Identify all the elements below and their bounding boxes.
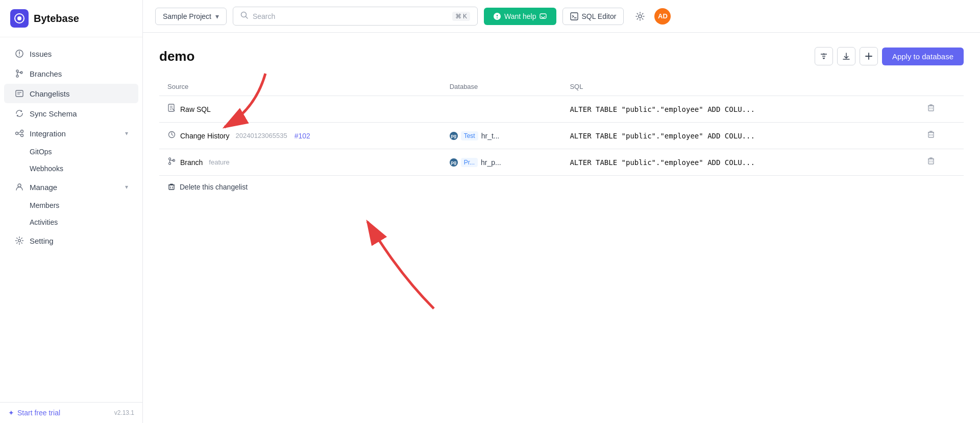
sql-cell-0: ALTER TABLE "public"."employee" ADD COLU… xyxy=(561,96,918,123)
svg-point-12 xyxy=(16,132,18,135)
change-history-label: Change History xyxy=(180,132,230,140)
settings-icon[interactable] xyxy=(632,8,648,25)
col-sql: SQL xyxy=(561,78,918,96)
delete-changelist-btn[interactable]: Delete this changelist xyxy=(159,176,964,198)
source-cell-0: Raw SQL xyxy=(159,96,442,123)
svg-point-5 xyxy=(16,70,18,72)
search-bar[interactable]: Search ⌘ K xyxy=(233,7,478,26)
sidebar-item-sync-schema-label: Sync Schema xyxy=(30,109,77,118)
download-button[interactable] xyxy=(837,47,855,65)
project-selector[interactable]: Sample Project ▾ xyxy=(155,8,227,25)
sidebar-item-changelists-label: Changelists xyxy=(30,89,69,98)
svg-point-17 xyxy=(18,184,21,187)
search-placeholder: Search xyxy=(253,12,275,20)
delete-row-1-button[interactable] xyxy=(926,131,936,141)
branch-name: feature xyxy=(209,158,229,166)
apply-to-database-button[interactable]: Apply to database xyxy=(882,48,964,65)
svg-point-24 xyxy=(639,15,642,18)
changelists-icon xyxy=(14,89,24,98)
sidebar-item-activities[interactable]: Activities xyxy=(4,214,138,230)
trial-label: Start free trial xyxy=(17,409,60,417)
search-icon xyxy=(240,11,249,21)
sidebar-item-manage-label: Manage xyxy=(30,183,57,192)
logo: Bytebase xyxy=(0,0,142,37)
col-database: Database xyxy=(442,78,562,96)
svg-point-4 xyxy=(19,55,20,56)
svg-point-6 xyxy=(16,75,18,77)
svg-rect-35 xyxy=(928,106,934,111)
raw-sql-icon xyxy=(167,104,176,114)
sidebar-item-webhooks[interactable]: Webhooks xyxy=(4,160,138,177)
logo-text: Bytebase xyxy=(34,13,79,25)
sidebar-item-setting-label: Setting xyxy=(30,237,54,245)
search-shortcut: ⌘ K xyxy=(452,12,470,21)
svg-point-14 xyxy=(21,134,23,137)
sidebar-item-branches[interactable]: Branches xyxy=(4,64,138,83)
table-row: Branch feature pg Pr... hr_p... xyxy=(159,149,964,176)
change-history-link[interactable]: #102 xyxy=(295,132,310,140)
sql-editor-button[interactable]: SQL Editor xyxy=(562,8,624,25)
manage-icon xyxy=(14,182,24,192)
svg-rect-39 xyxy=(928,132,934,137)
sidebar-item-issues-label: Issues xyxy=(30,50,52,58)
sidebar-item-setting[interactable]: Setting xyxy=(4,231,138,250)
svg-point-42 xyxy=(169,158,171,160)
branches-icon xyxy=(14,69,24,78)
svg-line-16 xyxy=(18,134,21,135)
topbar-icons: AD xyxy=(632,8,671,25)
sidebar-item-gitops[interactable]: GitOps xyxy=(4,144,138,160)
sidebar-item-issues[interactable]: Issues xyxy=(4,44,138,63)
start-trial-btn[interactable]: ✦ Start free trial xyxy=(8,409,60,417)
delete-row-2-button[interactable] xyxy=(926,157,936,168)
svg-point-43 xyxy=(169,162,171,165)
topbar: Sample Project ▾ Search ⌘ K Want help SQ… xyxy=(143,0,980,33)
database-cell-2: pg Pr... hr_p... xyxy=(442,149,562,176)
page-content: demo Apply to database xyxy=(143,33,980,213)
sidebar-item-branches-label: Branches xyxy=(30,69,62,78)
source-cell-1: Change History 20240123065535 #102 xyxy=(159,123,442,149)
source-cell-2: Branch feature xyxy=(159,149,442,176)
sql-cell-2: ALTER TABLE "public"."employee" ADD COLU… xyxy=(561,149,918,176)
sidebar-nav: Issues Branches Changelists Sync Schema xyxy=(0,37,142,402)
manage-chevron-icon: ▾ xyxy=(125,183,128,191)
sidebar-item-integration-label: Integration xyxy=(30,129,66,138)
svg-point-18 xyxy=(18,240,21,242)
main-content: Sample Project ▾ Search ⌘ K Want help SQ… xyxy=(143,0,980,423)
sort-button[interactable] xyxy=(815,47,833,65)
svg-rect-9 xyxy=(16,90,23,97)
sidebar-item-members[interactable]: Members xyxy=(4,197,138,214)
content-area: demo Apply to database xyxy=(143,33,980,423)
project-name: Sample Project xyxy=(163,12,211,20)
page-title: demo xyxy=(159,49,194,64)
col-source: Source xyxy=(159,78,442,96)
integration-icon xyxy=(14,129,24,138)
svg-rect-46 xyxy=(928,159,934,164)
branch-icon xyxy=(167,157,176,168)
want-help-button[interactable]: Want help xyxy=(484,8,557,25)
change-history-id: 20240123065535 xyxy=(236,132,287,139)
project-chevron-icon: ▾ xyxy=(215,12,219,20)
col-actions xyxy=(918,78,964,96)
sidebar-item-sync-schema[interactable]: Sync Schema xyxy=(4,104,138,123)
sidebar-item-manage[interactable]: Manage ▾ xyxy=(4,177,138,197)
sidebar-item-integration[interactable]: Integration ▾ xyxy=(4,124,138,143)
sql-editor-label: SQL Editor xyxy=(581,12,616,20)
change-history-icon xyxy=(167,130,176,141)
version-text: v2.13.1 xyxy=(114,409,134,416)
sidebar: Bytebase Issues Branches Changelists xyxy=(0,0,143,423)
setting-icon xyxy=(14,236,24,245)
db-name-2: hr_p... xyxy=(481,158,501,167)
sidebar-item-webhooks-label: Webhooks xyxy=(30,165,63,173)
user-avatar[interactable]: AD xyxy=(654,8,671,25)
sidebar-item-activities-label: Activities xyxy=(30,218,58,226)
sidebar-item-changelists[interactable]: Changelists xyxy=(4,84,138,103)
database-cell-1: pg Test hr_t... xyxy=(442,123,562,149)
issues-icon xyxy=(14,49,24,58)
action-cell-1 xyxy=(918,123,964,149)
db-name-1: hr_t... xyxy=(481,132,500,140)
add-button[interactable] xyxy=(860,47,878,65)
sidebar-item-gitops-label: GitOps xyxy=(30,148,52,156)
delete-row-0-button[interactable] xyxy=(926,104,936,114)
svg-rect-49 xyxy=(169,185,174,190)
svg-point-13 xyxy=(21,130,23,133)
